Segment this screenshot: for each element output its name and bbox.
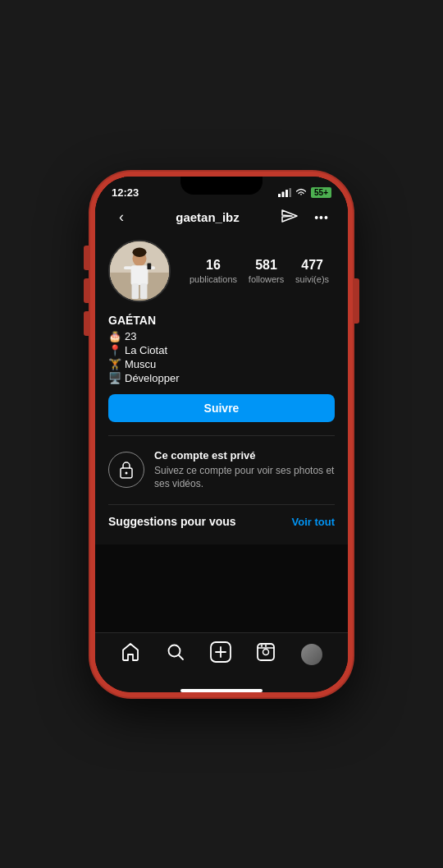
suggestions-content xyxy=(95,544,348,631)
suggestions-header: Suggestions pour vous Voir tout xyxy=(108,515,335,535)
publications-count: 16 xyxy=(206,258,221,273)
send-icon[interactable] xyxy=(281,209,299,227)
following-count: 477 xyxy=(301,258,323,273)
profile-section: 16 publications 581 followers 477 suivi(… xyxy=(95,233,348,545)
cake-emoji: 🎂 xyxy=(108,330,121,342)
bio-section: GAÉTAN 🎂 23 📍 La Ciotat 🏋 Muscu 🖥️ xyxy=(108,314,335,394)
private-notice: Ce compte est privé Suivez ce compte pou… xyxy=(108,435,335,506)
stat-publications[interactable]: 16 publications xyxy=(190,258,237,284)
bio-age: 23 xyxy=(125,330,136,342)
bio-dev: Développer xyxy=(125,372,180,384)
add-icon xyxy=(210,641,231,668)
more-options-button[interactable]: ••• xyxy=(308,211,335,224)
nav-reels[interactable] xyxy=(256,642,276,667)
status-icons: 55+ xyxy=(278,187,331,198)
home-icon xyxy=(121,642,140,667)
bio-sport: Muscu xyxy=(125,358,156,370)
publications-label: publications xyxy=(190,274,237,284)
avatar xyxy=(108,240,171,302)
following-label: suivi(e)s xyxy=(295,274,329,284)
nav-profile[interactable] xyxy=(301,644,322,665)
followers-count: 581 xyxy=(255,258,277,273)
home-indicator xyxy=(180,689,263,692)
svg-rect-2 xyxy=(285,190,288,197)
sport-emoji: 🏋 xyxy=(108,358,121,370)
private-account-subtitle: Suivez ce compte pour voir ses photos et… xyxy=(154,464,335,492)
profile-top: 16 publications 581 followers 477 suivi(… xyxy=(108,240,335,302)
private-account-title: Ce compte est privé xyxy=(154,449,335,462)
svg-rect-14 xyxy=(147,263,151,269)
bio-line-age: 🎂 23 xyxy=(108,330,335,342)
search-icon xyxy=(166,642,185,667)
wifi-icon xyxy=(295,188,307,197)
svg-point-23 xyxy=(263,649,269,654)
nav-profile-avatar xyxy=(301,644,322,665)
svg-line-18 xyxy=(179,655,183,659)
avatar-image xyxy=(110,241,169,301)
stat-following[interactable]: 477 suivi(e)s xyxy=(295,258,329,284)
follow-button[interactable]: Suivre xyxy=(108,394,335,422)
battery-indicator: 55+ xyxy=(311,187,331,198)
lock-icon-container xyxy=(108,452,144,488)
profile-username: gaetan_ibz xyxy=(135,210,281,224)
svg-rect-9 xyxy=(131,265,148,285)
reels-icon xyxy=(256,642,276,667)
nav-home[interactable] xyxy=(121,642,140,667)
lock-icon xyxy=(119,461,134,479)
signal-icon xyxy=(278,188,291,197)
svg-point-8 xyxy=(132,247,146,256)
computer-emoji: 🖥️ xyxy=(108,372,121,384)
status-time: 12:23 xyxy=(112,186,139,199)
avatar-container xyxy=(108,240,171,302)
svg-rect-3 xyxy=(290,188,292,197)
voir-tout-button[interactable]: Voir tout xyxy=(292,516,335,528)
bottom-nav xyxy=(95,632,348,684)
svg-rect-1 xyxy=(282,191,285,197)
bio-line-location: 📍 La Ciotat xyxy=(108,344,335,356)
svg-rect-10 xyxy=(124,266,131,269)
followers-label: followers xyxy=(249,274,284,284)
svg-point-16 xyxy=(126,472,128,475)
profile-header: ‹ gaetan_ibz ••• xyxy=(95,202,348,233)
back-button[interactable]: ‹ xyxy=(108,209,135,226)
svg-rect-0 xyxy=(278,194,281,197)
stats-container: 16 publications 581 followers 477 suivi(… xyxy=(184,258,335,284)
svg-rect-12 xyxy=(132,283,139,299)
svg-point-26 xyxy=(265,645,267,646)
suggestions-title: Suggestions pour vous xyxy=(108,515,236,528)
bio-line-dev: 🖥️ Développer xyxy=(108,372,335,384)
nav-search[interactable] xyxy=(166,642,185,667)
stat-followers[interactable]: 581 followers xyxy=(249,258,284,284)
nav-create[interactable] xyxy=(210,641,231,668)
bio-location: La Ciotat xyxy=(125,344,167,356)
svg-rect-13 xyxy=(140,283,148,299)
header-actions: ••• xyxy=(281,209,335,227)
svg-point-25 xyxy=(261,645,263,646)
private-text: Ce compte est privé Suivez ce compte pou… xyxy=(154,449,335,492)
location-emoji: 📍 xyxy=(108,344,121,356)
bio-line-sport: 🏋 Muscu xyxy=(108,358,335,370)
bio-name: GAÉTAN xyxy=(108,314,335,327)
